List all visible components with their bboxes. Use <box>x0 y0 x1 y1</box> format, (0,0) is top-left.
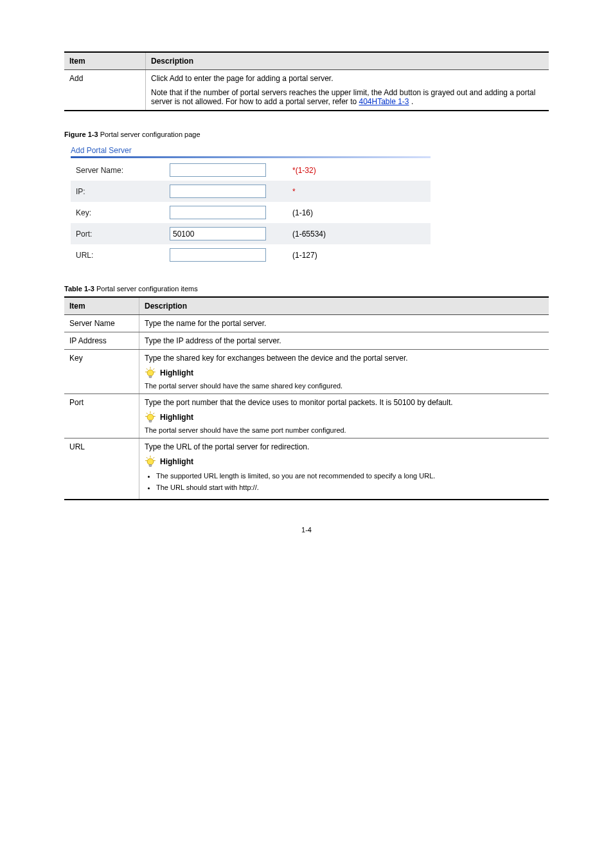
highlight-callout: Highlight <box>145 366 544 379</box>
portal-field-input[interactable] <box>170 206 266 219</box>
table1-note-prefix: Note that if the number of portal server… <box>151 88 535 106</box>
lightbulb-icon <box>145 366 156 379</box>
config-item-name: Key <box>64 350 139 394</box>
table-row: Server NameType the name for the portal … <box>64 315 549 332</box>
portal-field-hint: (1-16) <box>287 202 431 223</box>
figure-caption: Figure 1-3 Portal server configuration p… <box>64 131 549 138</box>
table-row: PortType the port number that the device… <box>64 394 549 439</box>
table1-head-desc: Description <box>146 52 549 70</box>
highlight-label: Highlight <box>160 368 193 377</box>
portal-field-label: Server Name: <box>71 159 164 181</box>
table-row: KeyType the shared key for exchanges bet… <box>64 350 549 394</box>
table2-head-desc: Description <box>139 297 549 315</box>
config-item-name: IP Address <box>64 332 139 350</box>
highlight-label: Highlight <box>160 457 193 466</box>
table2-caption: Table 1-3 Portal server configuration it… <box>64 285 549 293</box>
config-item-desc: Type the name for the portal server. <box>139 315 549 332</box>
portal-field-input[interactable] <box>170 248 266 262</box>
config-item-name: URL <box>64 439 139 500</box>
config-item-name: Server Name <box>64 315 139 332</box>
portal-form-divider <box>71 156 431 158</box>
lightbulb-icon <box>145 455 156 468</box>
config-item-desc: Type the port number that the device use… <box>139 394 549 439</box>
lightbulb-icon <box>145 411 156 424</box>
portal-field-hint: (1-65534) <box>287 223 431 244</box>
portal-field-input[interactable] <box>170 163 266 177</box>
highlight-callout: Highlight <box>145 411 544 424</box>
highlight-bullets: The supported URL length is limited, so … <box>156 472 544 491</box>
portal-field-input[interactable] <box>170 227 266 240</box>
add-portal-server-form: Add Portal Server Server Name:*(1-32)IP:… <box>71 143 431 266</box>
portal-form-row: IP:* <box>71 181 431 202</box>
table1-note-suffix: . <box>411 97 413 106</box>
portal-field-input[interactable] <box>170 185 266 198</box>
page-number: 1-4 <box>64 526 549 534</box>
add-description-table: Item Description Add Click Add to enter … <box>64 51 549 111</box>
portal-field-hint: *(1-32) <box>287 159 431 181</box>
highlight-callout: Highlight <box>145 455 544 468</box>
config-item-desc: Type the shared key for exchanges betwee… <box>139 350 549 394</box>
table1-desc-line1: Click Add to enter the page for adding a… <box>151 74 544 83</box>
table-reference-link[interactable]: 404HTable 1-3 <box>359 97 409 106</box>
table-row: URLType the URL of the portal server for… <box>64 439 549 500</box>
portal-field-label: IP: <box>71 181 164 202</box>
portal-config-items-table: Item Description Server NameType the nam… <box>64 296 549 500</box>
highlight-label: Highlight <box>160 413 193 422</box>
config-item-desc: Type the URL of the portal server for re… <box>139 439 549 500</box>
portal-field-label: Key: <box>71 202 164 223</box>
list-item: The URL should start with http://. <box>156 484 544 491</box>
config-item-desc: Type the IP address of the portal server… <box>139 332 549 350</box>
list-item: The supported URL length is limited, so … <box>156 472 544 480</box>
portal-form-row: Port:(1-65534) <box>71 223 431 244</box>
highlight-note: The portal server should have the same p… <box>145 426 544 434</box>
portal-form-row: Key:(1-16) <box>71 202 431 223</box>
table1-row-desc: Click Add to enter the page for adding a… <box>146 70 549 111</box>
portal-field-hint: * <box>287 181 431 202</box>
portal-form-row: URL:(1-127) <box>71 244 431 266</box>
config-item-name: Port <box>64 394 139 439</box>
table-row: IP AddressType the IP address of the por… <box>64 332 549 350</box>
table2-head-item: Item <box>64 297 139 315</box>
table1-head-item: Item <box>64 52 146 70</box>
portal-field-hint: (1-127) <box>287 244 431 266</box>
portal-form-title: Add Portal Server <box>71 143 431 156</box>
table1-row-item: Add <box>64 70 146 111</box>
portal-form-row: Server Name:*(1-32) <box>71 159 431 181</box>
portal-field-label: Port: <box>71 223 164 244</box>
portal-field-label: URL: <box>71 244 164 266</box>
highlight-note: The portal server should have the same s… <box>145 382 544 390</box>
